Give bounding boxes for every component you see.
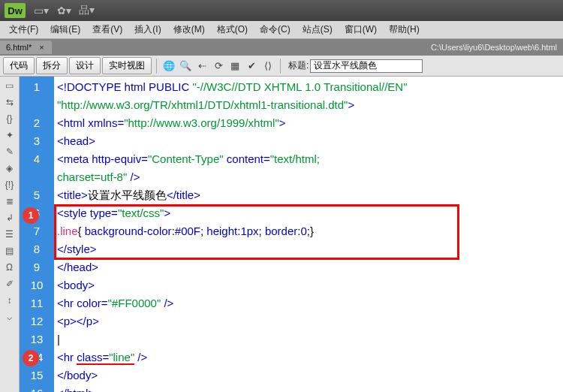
file-path: C:\Users\liyu6\Desktop\web\6.html <box>431 43 563 52</box>
line-number: 2 <box>20 114 54 132</box>
line-number: 15 <box>20 366 54 384</box>
tab-title: 6.html* <box>6 43 32 52</box>
code-line[interactable]: "http://www.w3.org/TR/xhtml1/DTD/xhtml1-… <box>57 96 560 114</box>
code-line[interactable]: <p></p> <box>57 312 560 330</box>
line-number: 7 <box>20 222 54 240</box>
code-line[interactable]: </body> <box>57 366 560 384</box>
tool-find-icon[interactable]: Ω <box>4 261 16 273</box>
code-view-button[interactable]: 代码 <box>3 57 35 74</box>
line-number <box>20 96 54 114</box>
check-icon[interactable]: ✔ <box>244 59 259 74</box>
split-view-button[interactable]: 拆分 <box>36 57 68 74</box>
code-line[interactable]: <hr class="line" /> <box>57 348 560 366</box>
code-line[interactable]: <head> <box>57 132 560 150</box>
line-number: 12 <box>20 312 54 330</box>
menu-format[interactable]: 格式(O) <box>211 22 254 38</box>
tool-ruler-icon[interactable]: ↕ <box>4 294 16 306</box>
design-view-button[interactable]: 设计 <box>69 57 101 74</box>
title-bar: Dw ▭▾ ✿▾ 品▾ <box>0 0 563 21</box>
code-line[interactable]: </html> <box>57 384 560 392</box>
menu-modify[interactable]: 修改(M) <box>167 22 211 38</box>
tool-collapse-icon[interactable]: ▭ <box>4 80 16 92</box>
book-icon[interactable]: ▦ <box>227 59 242 74</box>
refresh-icon[interactable]: ⟳ <box>211 59 226 74</box>
code-line[interactable]: </head> <box>57 258 560 276</box>
gear-icon[interactable]: ✿▾ <box>54 3 74 18</box>
document-tabs: 6.html* × C:\Users\liyu6\Desktop\web\6.h… <box>0 39 563 56</box>
line-number: 16 <box>20 384 54 392</box>
line-number: 13 <box>20 330 54 348</box>
menu-view[interactable]: 查看(V) <box>86 22 128 38</box>
code-line[interactable]: | <box>57 330 560 348</box>
tool-highlight-icon[interactable]: {!} <box>4 179 16 191</box>
code-line[interactable]: <meta http-equiv="Content-Type" content=… <box>57 150 560 168</box>
code-line[interactable]: <style type="text/css"> <box>57 204 560 222</box>
separator <box>280 59 281 74</box>
line-numbers: 12345678910111213141516 <box>20 77 54 392</box>
inspect-icon[interactable]: 🔍 <box>178 59 193 74</box>
tool-comment-icon[interactable]: ▤ <box>4 245 16 257</box>
line-number: 6 <box>20 204 54 222</box>
line-number: 14 <box>20 348 54 366</box>
tool-list-icon[interactable]: ☰ <box>4 228 16 240</box>
menu-site[interactable]: 站点(S) <box>297 22 339 38</box>
line-number: 11 <box>20 294 54 312</box>
code-line[interactable]: </style> <box>57 240 560 258</box>
code-editor[interactable]: <!DOCTYPE html PUBLIC "-//W3C//DTD XHTML… <box>54 77 563 392</box>
menu-window[interactable]: 窗口(W) <box>339 22 383 38</box>
code-line[interactable]: .line{ background-color:#00F; height:1px… <box>57 222 560 240</box>
tool-format-icon[interactable]: ✐ <box>4 278 16 290</box>
tool-nav-icon[interactable]: ◈ <box>4 162 16 174</box>
share-icon[interactable]: 品▾ <box>77 3 96 18</box>
code-line[interactable]: <body> <box>57 276 560 294</box>
globe-icon[interactable]: 🌐 <box>161 59 176 74</box>
tag-icon[interactable]: ⟨⟩ <box>260 59 275 74</box>
editor-area: ▭ ⇆ {} ✦ ✎ ◈ {!} ≣ ↲ ☰ ▤ Ω ✐ ↕ ⌵ 1234567… <box>0 77 563 392</box>
code-tools-gutter: ▭ ⇆ {} ✦ ✎ ◈ {!} ≣ ↲ ☰ ▤ Ω ✐ ↕ ⌵ <box>0 77 20 392</box>
menu-help[interactable]: 帮助(H) <box>383 22 426 38</box>
menu-edit[interactable]: 编辑(E) <box>44 22 86 38</box>
code-line[interactable]: <!DOCTYPE html PUBLIC "-//W3C//DTD XHTML… <box>57 78 560 96</box>
live-view-button[interactable]: 实时视图 <box>102 57 152 74</box>
code-line[interactable]: charset=utf-8" /> <box>57 168 560 186</box>
tool-arrow-icon[interactable]: ⇆ <box>4 96 16 108</box>
document-title-input[interactable] <box>310 59 423 73</box>
line-number <box>20 168 54 186</box>
tool-braces-icon[interactable]: {} <box>4 113 16 125</box>
close-icon[interactable]: × <box>39 43 44 52</box>
separator <box>156 59 157 74</box>
line-number: 1 <box>20 78 54 96</box>
menu-insert[interactable]: 插入(I) <box>128 22 167 38</box>
tool-more-icon[interactable]: ⌵ <box>4 311 16 323</box>
tool-indent-icon[interactable]: ≣ <box>4 195 16 207</box>
layout-icon[interactable]: ▭▾ <box>32 3 51 18</box>
line-number: 10 <box>20 276 54 294</box>
line-number: 4 <box>20 150 54 168</box>
tool-wand-icon[interactable]: ✎ <box>4 146 16 158</box>
line-number: 9 <box>20 258 54 276</box>
nav-icon[interactable]: ⇠ <box>194 59 209 74</box>
document-tab[interactable]: 6.html* × <box>0 41 52 54</box>
line-number: 3 <box>20 132 54 150</box>
tool-wrap-icon[interactable]: ↲ <box>4 212 16 224</box>
code-line[interactable]: <html xmlns="http://www.w3.org/1999/xhtm… <box>57 114 560 132</box>
tool-star-icon[interactable]: ✦ <box>4 129 16 141</box>
document-toolbar: 代码 拆分 设计 实时视图 🌐 🔍 ⇠ ⟳ ▦ ✔ ⟨⟩ 标题: <box>0 56 563 77</box>
app-logo: Dw <box>5 3 26 18</box>
menu-command[interactable]: 命令(C) <box>254 22 297 38</box>
line-number: 8 <box>20 240 54 258</box>
code-line[interactable]: <hr color="#FF0000" /> <box>57 294 560 312</box>
menu-bar: 文件(F) 编辑(E) 查看(V) 插入(I) 修改(M) 格式(O) 命令(C… <box>0 21 563 39</box>
code-line[interactable]: <title>设置水平线颜色</title> <box>57 186 560 204</box>
line-number: 5 <box>20 186 54 204</box>
menu-file[interactable]: 文件(F) <box>3 22 44 38</box>
title-label: 标题: <box>288 59 309 72</box>
